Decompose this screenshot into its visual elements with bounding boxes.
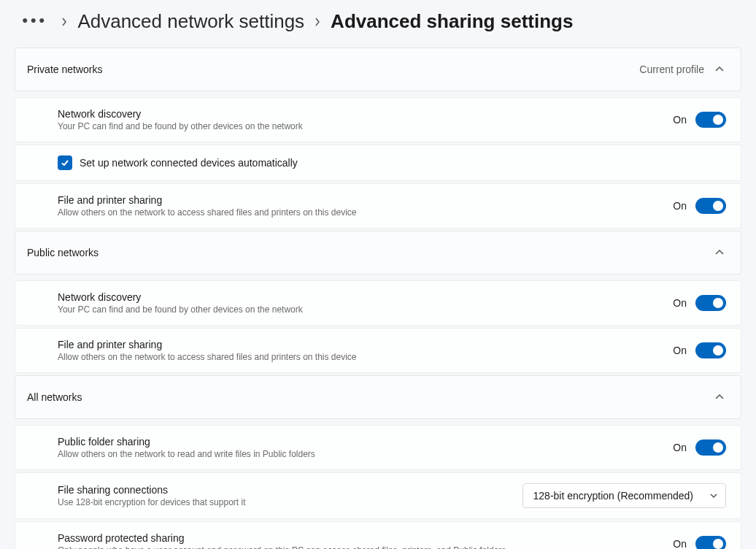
section-header-public[interactable]: Public networks <box>15 231 741 274</box>
section-all-networks: All networks <box>15 375 741 419</box>
setting-file-printer-private: File and printer sharing Allow others on… <box>15 183 741 229</box>
section-title: Private networks <box>27 64 639 75</box>
setting-desc: Use 128-bit encryption for devices that … <box>58 497 522 507</box>
current-profile-tag: Current profile <box>639 64 704 75</box>
section-header-private[interactable]: Private networks Current profile <box>15 48 741 91</box>
setting-label: File and printer sharing <box>58 194 673 206</box>
setting-label: Password protected sharing <box>58 532 673 544</box>
toggle-state-text: On <box>673 297 687 309</box>
chevron-up-icon <box>713 391 726 404</box>
setting-label: File and printer sharing <box>58 339 673 350</box>
section-title: Public networks <box>27 247 713 258</box>
chevron-right-icon <box>55 17 73 27</box>
setting-desc: Only people who have a user account and … <box>58 545 673 549</box>
toggle-file-printer-public[interactable] <box>695 342 726 358</box>
setting-desc: Allow others on the network to access sh… <box>58 207 673 218</box>
setting-file-printer-public: File and printer sharing Allow others on… <box>15 328 741 373</box>
chevron-down-icon <box>709 493 718 499</box>
setting-label: Public folder sharing <box>58 436 673 448</box>
toggle-state-text: On <box>673 114 687 126</box>
setting-label: File sharing connections <box>58 484 522 496</box>
checkbox-label: Set up network connected devices automat… <box>80 157 298 169</box>
setting-network-discovery-public: Network discovery Your PC can find and b… <box>15 280 741 326</box>
section-public-networks: Public networks <box>15 231 741 274</box>
setting-desc: Allow others on the network to access sh… <box>58 352 673 362</box>
setting-auto-setup-devices: Set up network connected devices automat… <box>15 145 741 181</box>
breadcrumb-link-advanced-network-settings[interactable]: Advanced network settings <box>77 10 304 33</box>
chevron-up-icon <box>713 63 726 76</box>
setting-desc: Your PC can find and be found by other d… <box>58 121 673 131</box>
section-title: All networks <box>27 391 713 403</box>
breadcrumb-overflow-icon[interactable]: ●●● <box>18 14 51 30</box>
breadcrumb: ●●● Advanced network settings Advanced s… <box>0 0 756 47</box>
setting-password-protected-sharing: Password protected sharing Only people w… <box>15 521 741 549</box>
toggle-file-printer-private[interactable] <box>695 198 726 214</box>
toggle-public-folder-sharing[interactable] <box>695 439 726 456</box>
chevron-up-icon <box>713 246 726 259</box>
setting-desc: Allow others on the network to read and … <box>58 449 673 459</box>
toggle-state-text: On <box>673 538 687 549</box>
setting-network-discovery-private: Network discovery Your PC can find and b… <box>15 97 741 142</box>
dropdown-value: 128-bit encryption (Recommended) <box>533 490 693 502</box>
toggle-state-text: On <box>673 345 687 356</box>
setting-desc: Your PC can find and be found by other d… <box>58 304 673 315</box>
setting-file-sharing-connections: File sharing connections Use 128-bit enc… <box>15 472 741 519</box>
chevron-right-icon <box>309 17 326 27</box>
toggle-network-discovery-private[interactable] <box>695 112 726 128</box>
section-header-all[interactable]: All networks <box>15 376 741 418</box>
toggle-password-protected-sharing[interactable] <box>695 536 726 549</box>
toggle-state-text: On <box>673 442 687 453</box>
setting-label: Network discovery <box>58 108 673 120</box>
toggle-network-discovery-public[interactable] <box>695 295 726 311</box>
dropdown-encryption[interactable]: 128-bit encryption (Recommended) <box>522 483 726 508</box>
section-private-networks: Private networks Current profile <box>15 47 741 91</box>
setting-public-folder-sharing: Public folder sharing Allow others on th… <box>15 425 741 470</box>
checkbox-auto-setup[interactable] <box>58 156 72 170</box>
toggle-state-text: On <box>673 200 687 212</box>
setting-label: Network discovery <box>58 291 673 303</box>
page-title: Advanced sharing settings <box>331 10 573 33</box>
